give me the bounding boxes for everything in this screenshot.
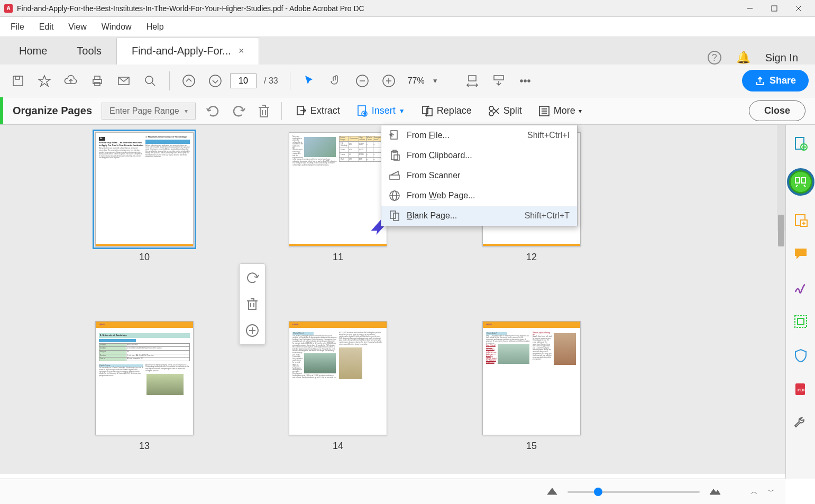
sign-icon[interactable] <box>791 278 810 297</box>
page-up-icon[interactable] <box>177 69 200 93</box>
collapse-up-icon[interactable]: ︿ <box>750 487 758 497</box>
svg-rect-5 <box>15 76 20 79</box>
svg-rect-65 <box>795 316 807 327</box>
small-thumbs-icon[interactable] <box>546 485 558 499</box>
sign-in-link[interactable]: Sign In <box>765 52 798 64</box>
insert-from-scanner[interactable]: From Scanner <box>381 166 577 186</box>
select-tool-icon[interactable] <box>298 69 321 93</box>
add-page-icon[interactable] <box>243 321 262 340</box>
close-organize-button[interactable]: Close <box>749 100 805 121</box>
page-range-dropdown[interactable]: Enter Page Range <box>102 103 196 120</box>
create-pdf-icon[interactable] <box>791 134 810 153</box>
page-number-input[interactable] <box>230 74 257 88</box>
mail-icon[interactable] <box>112 69 135 93</box>
main-toolbar: / 33 77% ▼ Share <box>0 65 815 97</box>
menu-view[interactable]: View <box>62 19 93 35</box>
insert-icon <box>356 105 369 117</box>
extract-icon <box>295 105 307 117</box>
page-hover-tools <box>239 263 265 345</box>
large-thumbs-icon[interactable] <box>709 485 721 499</box>
svg-point-36 <box>489 112 493 116</box>
share-button[interactable]: Share <box>742 70 809 91</box>
page-thumb-11[interactable]: Not every single year in which the schol… <box>289 132 387 263</box>
print-icon[interactable] <box>86 69 109 93</box>
page-down-icon[interactable] <box>204 69 227 93</box>
replace-button[interactable]: Replace <box>418 103 475 120</box>
scroll-mode-icon[interactable] <box>487 69 510 93</box>
delete-page-icon[interactable] <box>256 103 272 119</box>
zoom-in-icon[interactable] <box>377 69 400 93</box>
maximize-button[interactable] <box>762 0 786 17</box>
page-thumb-10[interactable]: 04 Scholarship Rules – An Overview and H… <box>95 132 194 263</box>
tab-document[interactable]: Find-and-Apply-For... × <box>116 37 259 65</box>
zoom-out-icon[interactable] <box>351 69 374 93</box>
toolbar-separator <box>290 71 290 90</box>
fit-width-icon[interactable] <box>461 69 484 93</box>
rotate-page-icon[interactable] <box>243 268 262 287</box>
organize-pages-tool-icon[interactable] <box>787 168 814 196</box>
svg-rect-55 <box>390 211 396 218</box>
menu-window[interactable]: Window <box>95 19 138 35</box>
org-separator <box>281 102 282 120</box>
page-total-label: / 33 <box>264 76 278 86</box>
expand-down-icon[interactable]: ﹀ <box>767 487 775 497</box>
insert-button[interactable]: Insert ▼ <box>353 103 408 120</box>
tab-tools[interactable]: Tools <box>62 38 116 65</box>
adobe-pdf-icon[interactable]: PDF <box>791 380 810 399</box>
organize-title: Organize Pages <box>13 105 92 117</box>
svg-point-23 <box>524 80 526 82</box>
svg-rect-56 <box>393 213 399 221</box>
menu-file[interactable]: File <box>4 19 31 35</box>
page-thumb-13[interactable]: UPDF 2. University of Cambridge Deadline… <box>95 321 194 452</box>
insert-from-clipboard[interactable]: From Clipboard... <box>381 145 577 166</box>
extract-button[interactable]: Extract <box>291 103 343 120</box>
vertical-scrollbar[interactable] <box>777 125 785 231</box>
scanner-icon <box>389 170 400 181</box>
page-thumb-14[interactable]: UPDF What's Offered The Gates Cambridge … <box>289 321 387 452</box>
svg-rect-51 <box>390 175 399 179</box>
svg-point-13 <box>183 75 195 87</box>
organize-pages-bar: Organize Pages Enter Page Range Extract … <box>0 97 815 125</box>
close-window-button[interactable] <box>786 0 811 17</box>
svg-rect-21 <box>494 76 503 80</box>
delete-page-icon[interactable] <box>243 295 262 314</box>
menu-help[interactable]: Help <box>140 19 170 35</box>
menubar: File Edit View Window Help <box>0 17 815 37</box>
tab-document-label: Find-and-Apply-For... <box>132 45 231 57</box>
insert-dropdown-menu: From File... Shift+Ctrl+I From Clipboard… <box>381 125 578 226</box>
svg-point-35 <box>489 106 493 111</box>
insert-from-file[interactable]: From File... Shift+Ctrl+I <box>381 125 577 145</box>
search-icon[interactable] <box>139 69 162 93</box>
save-icon[interactable] <box>6 69 30 93</box>
tools-wrench-icon[interactable] <box>791 414 810 433</box>
cloud-upload-icon[interactable] <box>59 69 83 93</box>
more-tools-icon[interactable] <box>514 69 537 93</box>
tab-close-icon[interactable]: × <box>239 45 244 57</box>
help-icon[interactable]: ? <box>708 51 721 65</box>
menu-edit[interactable]: Edit <box>33 19 60 35</box>
hand-tool-icon[interactable] <box>324 69 347 93</box>
rotate-right-icon[interactable] <box>231 103 246 119</box>
svg-rect-62 <box>801 178 805 183</box>
protect-icon[interactable] <box>791 346 810 365</box>
insert-from-web[interactable]: From Web Page... <box>381 186 577 206</box>
rotate-left-icon[interactable] <box>205 103 221 119</box>
page-thumb-15[interactable]: UPDF How to Apply? Step 1: To apply acce… <box>482 321 581 452</box>
minimize-button[interactable] <box>738 0 762 17</box>
star-icon[interactable] <box>33 69 56 93</box>
notifications-icon[interactable]: 🔔 <box>736 51 750 65</box>
tab-home[interactable]: Home <box>4 38 62 65</box>
svg-rect-41 <box>249 301 256 309</box>
export-pdf-icon[interactable] <box>791 210 810 230</box>
globe-icon <box>389 190 400 201</box>
more-button[interactable]: More ▾ <box>535 103 585 120</box>
split-button[interactable]: Split <box>484 103 525 120</box>
zoom-dropdown-icon[interactable]: ▼ <box>432 77 438 85</box>
organize-accent <box>0 97 3 124</box>
window-title: Find-and-Apply-For-the-Best-Institutes-I… <box>17 4 738 13</box>
svg-marker-70 <box>710 489 720 494</box>
insert-blank-page[interactable]: Blank Page... Shift+Ctrl+T <box>381 206 577 226</box>
thumbnail-size-slider[interactable] <box>567 491 700 493</box>
comment-icon[interactable] <box>791 244 810 263</box>
scan-ocr-icon[interactable] <box>791 312 810 331</box>
